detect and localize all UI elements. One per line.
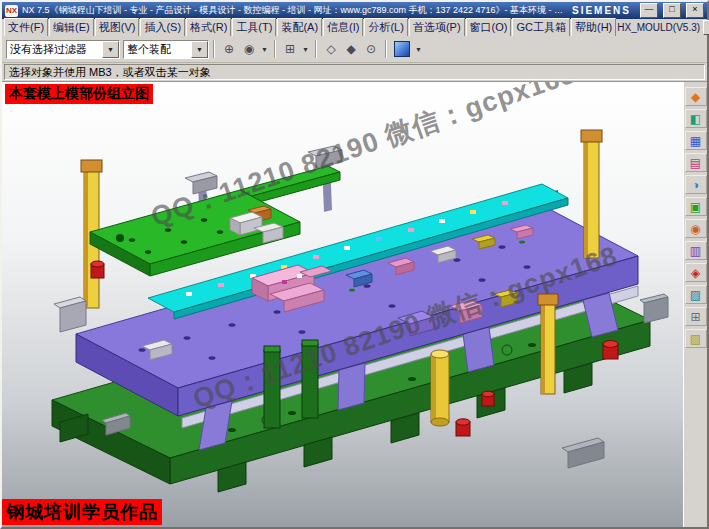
siemens-logo: SIEMENS	[572, 5, 631, 16]
selection-filter-value: 没有选择过滤器	[7, 41, 102, 58]
close-button[interactable]: ×	[686, 3, 704, 18]
chevron-down-icon[interactable]: ▼	[413, 39, 424, 59]
hd3d-tools-icon[interactable]: ▤	[685, 153, 707, 172]
menu-format[interactable]: 格式(R)	[186, 18, 231, 37]
minimize-button[interactable]: —	[640, 3, 658, 18]
point-constructor-icon[interactable]: ⊞	[280, 39, 300, 59]
menu-assemblies[interactable]: 装配(A)	[277, 18, 322, 37]
toolbar-separator	[213, 40, 215, 58]
menu-help[interactable]: 帮助(H)	[571, 18, 616, 37]
resource-bar: ◆ ◧ ▦ ▤ ◑ ▣ ◉ ▥ ◈ ▨ ⊞ ▧	[683, 82, 707, 527]
menu-preferences[interactable]: 首选项(P)	[409, 18, 465, 37]
roles-icon[interactable]: ◈	[685, 263, 707, 282]
menu-edit[interactable]: 编辑(E)	[49, 18, 94, 37]
chevron-down-icon[interactable]: ▼	[102, 41, 119, 58]
graphics-window[interactable]: QQ：11210 82190 微信：gcpx168 QQ：11210 82190…	[2, 82, 683, 527]
nx-app-icon: NX	[5, 5, 18, 17]
menu-tools[interactable]: 工具(T)	[232, 18, 276, 37]
constraint-navigator-icon[interactable]: ▦	[685, 131, 707, 150]
scene-icon[interactable]: ▨	[685, 285, 707, 304]
selection-toolbar: 没有选择过滤器 ▼ 整个装配 ▼ ⊕ ◉ ▼ ⊞ ▼ ◇ ◆ ⊙ ▼	[2, 36, 707, 63]
chevron-down-icon[interactable]: ▼	[191, 41, 208, 58]
toolbar-separator	[274, 40, 276, 58]
assembly-navigator-icon[interactable]: ◧	[685, 109, 707, 128]
process-studio-icon[interactable]: ◉	[685, 219, 707, 238]
snap-center-icon[interactable]: ◉	[239, 39, 259, 59]
training-credit-label: 钢城培训学员作品	[2, 499, 162, 525]
menu-insert[interactable]: 插入(S)	[140, 18, 185, 37]
toolbar-separator	[385, 40, 387, 58]
window-icon[interactable]: ▧	[685, 329, 707, 348]
selection-filter-combo[interactable]: 没有选择过滤器 ▼	[6, 40, 120, 59]
nx-application-window: NX NX 7.5《钢城程山下培训 - 专业 - 产品设计 - 模具设计 - 数…	[0, 0, 709, 529]
mold-tool-label: HX_MOULD(V5.3)	[617, 22, 700, 33]
toolbar-separator	[315, 40, 317, 58]
menu-window[interactable]: 窗口(O)	[466, 18, 512, 37]
selection-scope-value: 整个装配	[124, 41, 191, 58]
menu-bar: 文件(F) 编辑(E) 视图(V) 插入(S) 格式(R) 工具(T) 装配(A…	[2, 19, 707, 36]
assembly-title-label: 本套模上模部份组立图	[5, 84, 153, 104]
menu-view[interactable]: 视图(V)	[95, 18, 140, 37]
cue-line: 选择对象并使用 MB3，或者双击某一对象	[2, 63, 707, 82]
menu-file[interactable]: 文件(F)	[4, 18, 48, 37]
title-bar[interactable]: NX NX 7.5《钢城程山下培训 - 专业 - 产品设计 - 模具设计 - 数…	[2, 2, 707, 19]
menu-gc-toolbox[interactable]: GC工具箱	[512, 18, 570, 37]
maximize-button[interactable]: □	[663, 3, 681, 18]
snap-point-icon[interactable]: ⊕	[219, 39, 239, 59]
part-navigator-icon[interactable]: ◆	[685, 87, 707, 106]
menu-information[interactable]: 信息(I)	[323, 18, 363, 37]
history-icon[interactable]: ▣	[685, 197, 707, 216]
selection-scope-combo[interactable]: 整个装配 ▼	[123, 40, 209, 59]
child-close-icon[interactable]: ×	[703, 20, 709, 35]
menu-analysis[interactable]: 分析(L)	[364, 18, 407, 37]
prompt-text: 选择对象并使用 MB3，或者双击某一对象	[4, 64, 705, 80]
wizard-icon[interactable]: ▥	[685, 241, 707, 260]
vector-icon[interactable]: ◆	[341, 39, 361, 59]
chevron-down-icon[interactable]: ▼	[259, 39, 270, 59]
templates-icon[interactable]: ⊞	[685, 307, 707, 326]
shaded-view-icon[interactable]	[394, 41, 410, 57]
web-browser-icon[interactable]: ◑	[685, 175, 707, 194]
plane-icon[interactable]: ◇	[321, 39, 341, 59]
csys-icon[interactable]: ⊙	[361, 39, 381, 59]
chevron-down-icon[interactable]: ▼	[300, 39, 311, 59]
window-title: NX 7.5《钢城程山下培训 - 专业 - 产品设计 - 模具设计 - 数控编程…	[22, 4, 564, 17]
